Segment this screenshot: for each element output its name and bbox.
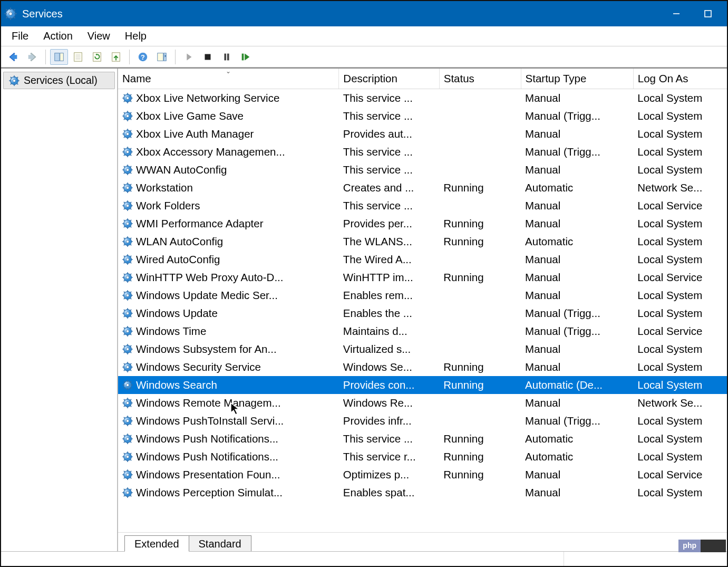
service-status: [439, 412, 521, 430]
service-row[interactable]: Xbox Live Auth ManagerProvides aut...Man…: [118, 125, 727, 143]
service-logon: Local System: [633, 215, 727, 233]
col-description[interactable]: Description: [339, 69, 439, 89]
svg-rect-27: [242, 53, 244, 60]
col-status[interactable]: Status: [439, 69, 521, 89]
export-list-button[interactable]: [107, 49, 125, 65]
service-row[interactable]: Wired AutoConfigThe Wired A...ManualLoca…: [118, 251, 727, 268]
start-service-button[interactable]: [180, 49, 198, 65]
menu-action[interactable]: Action: [36, 28, 80, 44]
service-startup: Manual: [521, 125, 633, 143]
restart-service-button[interactable]: [237, 49, 255, 65]
service-desc: This service ...: [339, 430, 439, 448]
menu-file[interactable]: File: [4, 28, 36, 44]
service-startup: Manual (Trigg...: [521, 107, 633, 125]
gear-icon: [9, 75, 20, 86]
service-startup: Manual: [521, 215, 633, 233]
service-startup: Manual: [521, 89, 633, 107]
tree-services-local[interactable]: Services (Local): [3, 72, 115, 89]
service-startup: Manual (Trigg...: [521, 304, 633, 322]
service-status: [439, 161, 521, 179]
service-status: [439, 484, 521, 502]
service-desc: Provides aut...: [339, 125, 439, 143]
service-row[interactable]: Windows SearchProvides con...RunningAuto…: [118, 376, 727, 394]
col-logon[interactable]: Log On As: [633, 69, 727, 89]
col-startup[interactable]: Startup Type: [521, 69, 633, 89]
service-row[interactable]: Windows Perception Simulat...Enables spa…: [118, 484, 727, 502]
service-row[interactable]: Windows Update Medic Ser...Enables rem..…: [118, 286, 727, 304]
service-row[interactable]: Work FoldersThis service ...ManualLocal …: [118, 197, 727, 215]
service-row[interactable]: WMI Performance AdapterProvides per...Ru…: [118, 215, 727, 233]
service-name: Windows Push Notifications...: [136, 450, 278, 463]
service-row[interactable]: Windows UpdateEnables the ...Manual (Tri…: [118, 304, 727, 322]
help-button[interactable]: ?: [134, 49, 152, 65]
service-desc: The WLANS...: [339, 233, 439, 251]
service-row[interactable]: WLAN AutoConfigThe WLANS...RunningAutoma…: [118, 233, 727, 251]
window-title: Services: [22, 8, 661, 20]
gear-icon: [122, 487, 133, 498]
service-row[interactable]: Windows Remote Managem...Windows Re...Ma…: [118, 394, 727, 412]
service-startup: Automatic: [521, 179, 633, 197]
service-name: Windows PushToInstall Servi...: [136, 415, 284, 427]
service-startup: Manual: [521, 251, 633, 268]
stop-service-button[interactable]: [199, 49, 217, 65]
service-startup: Automatic: [521, 233, 633, 251]
maximize-button[interactable]: [692, 1, 724, 26]
service-logon: Local Service: [633, 466, 727, 484]
service-row[interactable]: Windows Presentation Foun...Optimizes p.…: [118, 466, 727, 484]
service-status: Running: [439, 358, 521, 376]
gear-icon: [122, 129, 133, 139]
service-row[interactable]: Windows TimeMaintains d...Manual (Trigg.…: [118, 322, 727, 340]
service-row[interactable]: Windows Push Notifications...This servic…: [118, 448, 727, 466]
service-name: Wired AutoConfig: [136, 253, 220, 266]
menu-view[interactable]: View: [80, 28, 118, 44]
tab-extended[interactable]: Extended: [124, 535, 189, 552]
php-badge: php: [678, 540, 726, 552]
service-row[interactable]: Xbox Accessory Managemen...This service …: [118, 143, 727, 161]
col-name[interactable]: Name⌄: [118, 69, 339, 89]
gear-icon: [122, 218, 133, 229]
nav-back-button[interactable]: [4, 49, 22, 65]
service-startup: Manual: [521, 268, 633, 286]
service-name: WWAN AutoConfig: [136, 164, 227, 176]
service-logon: Network Se...: [633, 394, 727, 412]
gear-icon: [122, 362, 133, 372]
service-logon: Local System: [633, 358, 727, 376]
service-desc: Enables rem...: [339, 286, 439, 304]
gear-icon: [122, 344, 133, 354]
service-row[interactable]: WorkstationCreates and ...RunningAutomat…: [118, 179, 727, 197]
svg-rect-13: [60, 53, 63, 61]
service-row[interactable]: Windows Security ServiceWindows Se...Run…: [118, 358, 727, 376]
gear-icon: [122, 416, 133, 426]
properties-button[interactable]: [69, 49, 87, 65]
service-desc: This service ...: [339, 161, 439, 179]
service-row[interactable]: Windows PushToInstall Servi...Provides i…: [118, 412, 727, 430]
svg-rect-25: [224, 53, 226, 60]
svg-rect-24: [205, 54, 211, 60]
service-row[interactable]: WWAN AutoConfigThis service ...ManualLoc…: [118, 161, 727, 179]
tab-standard[interactable]: Standard: [189, 535, 251, 551]
service-row[interactable]: WinHTTP Web Proxy Auto-D...WinHTTP im...…: [118, 268, 727, 286]
service-row[interactable]: Windows Push Notifications...This servic…: [118, 430, 727, 448]
service-startup: Manual: [521, 358, 633, 376]
service-name: Windows Perception Simulat...: [136, 486, 283, 499]
service-startup: Manual (Trigg...: [521, 322, 633, 340]
console-tree[interactable]: Services (Local): [1, 69, 118, 551]
show-hide-tree-button[interactable]: [50, 49, 68, 65]
pause-service-button[interactable]: [218, 49, 236, 65]
menu-help[interactable]: Help: [118, 28, 154, 44]
service-row[interactable]: Xbox Live Networking ServiceThis service…: [118, 89, 727, 107]
service-logon: Local System: [633, 304, 727, 322]
service-desc: Provides con...: [339, 376, 439, 394]
show-hide-action-pane-button[interactable]: [153, 49, 171, 65]
refresh-button[interactable]: [88, 49, 106, 65]
service-row[interactable]: Xbox Live Game SaveThis service ...Manua…: [118, 107, 727, 125]
nav-forward-button[interactable]: [23, 49, 41, 65]
titlebar[interactable]: Services: [1, 1, 727, 26]
gear-icon: [122, 182, 133, 193]
service-row[interactable]: Windows Subsystem for An...Virtualized s…: [118, 340, 727, 358]
service-logon: Local System: [633, 484, 727, 502]
minimize-button[interactable]: [661, 1, 692, 26]
service-desc: Windows Se...: [339, 358, 439, 376]
service-logon: Local System: [633, 286, 727, 304]
service-logon: Local System: [633, 107, 727, 125]
